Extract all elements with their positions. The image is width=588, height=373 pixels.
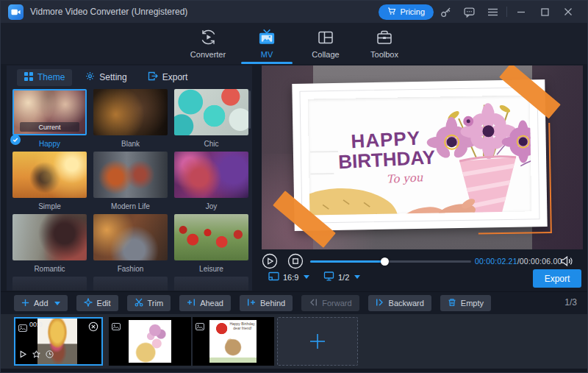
theme-thumb-leisure (174, 214, 248, 260)
close-button[interactable] (556, 1, 580, 23)
add-clip-cell[interactable] (277, 317, 358, 366)
insert-behind-icon (247, 298, 256, 308)
theme-grid: Current Happy Blank Chic Simple Modern L… (12, 89, 248, 277)
theme-label: Fashion (93, 260, 168, 277)
theme-label: Leisure (174, 260, 248, 277)
theme-item-chic[interactable]: Chic (174, 89, 248, 152)
page-indicator: 1/3 (564, 297, 577, 308)
play-button[interactable] (262, 253, 278, 269)
volume-icon[interactable] (561, 256, 573, 269)
timeline-clip-2[interactable] (109, 317, 191, 366)
tab-toolbox[interactable]: Toolbox (355, 23, 414, 64)
theme-panel: Theme Setting Export Current Happy Bl (7, 65, 252, 291)
theme-thumb-chic (174, 89, 248, 135)
ahead-button[interactable]: Ahead (179, 295, 231, 311)
behind-button[interactable]: Behind (240, 295, 293, 311)
toolbox-icon (376, 29, 393, 48)
theme-row-cutoff (12, 277, 248, 291)
screen-split-dropdown[interactable]: 1/2 (323, 271, 360, 283)
theme-item-fashion[interactable]: Fashion (93, 214, 168, 277)
theme-item-romantic[interactable]: Romantic (12, 214, 87, 277)
edit-button[interactable]: Edit (76, 295, 118, 311)
trim-button[interactable]: Trim (127, 295, 171, 311)
theme-item-modern-life[interactable]: Modern Life (93, 152, 168, 214)
card-orange-corner (476, 123, 552, 235)
backward-button[interactable]: Backward (368, 295, 431, 311)
clip-duration-icon[interactable] (46, 348, 54, 361)
forward-button: Forward (301, 295, 359, 311)
clip-thumbnail: Happy Birthday, dear friend! (209, 320, 257, 363)
aspect-ratio-dropdown[interactable]: 16:9 (268, 271, 309, 283)
image-icon (112, 320, 121, 333)
theme-item-joy[interactable]: Joy (174, 152, 248, 214)
panel-tabs: Theme Setting Export (7, 65, 252, 86)
feedback-icon[interactable] (457, 1, 481, 23)
time-display: 00:00:02.21/00:00:06.00 (475, 257, 562, 266)
converter-icon (199, 28, 218, 48)
panel-tab-theme[interactable]: Theme (17, 69, 72, 86)
clip-card-text: Happy Birthday, dear friend! (229, 322, 256, 331)
ahead-label: Ahead (200, 299, 223, 308)
theme-label: Romantic (12, 260, 87, 277)
titlebar-controls: Pricing (379, 1, 587, 23)
progress-slider[interactable] (310, 260, 471, 263)
register-key-icon[interactable] (434, 1, 457, 23)
theme-label: Simple (12, 198, 87, 214)
card-greeting: HAPPY BIRTHDAY To you (326, 127, 447, 189)
export-button[interactable]: Export (533, 269, 581, 288)
tab-mv-label: MV (261, 50, 273, 59)
theme-item-happy[interactable]: Current Happy (12, 89, 87, 152)
panel-tab-export-label: Export (162, 72, 188, 82)
progress-fill (310, 260, 384, 263)
stop-button[interactable] (287, 253, 304, 269)
maximize-button[interactable] (533, 1, 556, 23)
nav-tabs: Converter MV Collage Toolbox (179, 23, 414, 64)
selected-check-icon (10, 135, 21, 145)
aspect-ratio-icon (268, 271, 279, 283)
section-divider (1, 291, 588, 292)
preview-area: HAPPY BIRTHDAY To you (262, 65, 583, 249)
theme-label: Joy (174, 198, 248, 214)
panel-tab-theme-label: Theme (37, 72, 65, 82)
tab-mv[interactable]: MV (237, 23, 296, 64)
backward-label: Backward (389, 299, 424, 308)
trim-label: Trim (148, 299, 164, 308)
clip-play-icon[interactable] (19, 348, 27, 361)
panel-tab-export[interactable]: Export (140, 68, 196, 86)
menu-icon[interactable] (481, 1, 504, 23)
add-button[interactable]: Add (14, 295, 68, 311)
tab-converter[interactable]: Converter (179, 23, 237, 64)
timeline-clip-1[interactable]: 00:0 (14, 317, 103, 366)
tab-collage[interactable]: Collage (296, 23, 355, 64)
progress-handle[interactable] (381, 257, 389, 266)
trash-icon (448, 298, 456, 308)
theme-item-leisure[interactable]: Leisure (174, 214, 248, 277)
minimize-button[interactable] (509, 1, 533, 23)
pricing-button[interactable]: Pricing (379, 4, 434, 20)
theme-item-blank[interactable]: Blank (93, 89, 168, 152)
screen-icon (323, 271, 334, 283)
theme-thumb-simple (12, 152, 87, 198)
move-forward-icon (309, 298, 318, 308)
panel-scrollbar[interactable] (248, 90, 251, 129)
theme-label: Chic (174, 135, 248, 152)
scissors-icon (135, 298, 143, 308)
theme-thumb-blank (93, 89, 168, 135)
theme-thumb-happy: Current (12, 89, 87, 135)
clip-tools (19, 348, 54, 361)
tab-collage-label: Collage (312, 50, 339, 59)
empty-button[interactable]: Empty (440, 295, 491, 311)
cart-icon (387, 7, 396, 17)
remove-clip-icon[interactable] (88, 322, 98, 335)
edit-label: Edit (97, 299, 111, 308)
player-controls: 00:00:02.21/00:00:06.00 16:9 1/2 Export (262, 252, 583, 294)
theme-item-simple[interactable]: Simple (12, 152, 87, 214)
image-icon (196, 320, 204, 333)
chevron-down-icon (354, 275, 360, 279)
panel-tab-setting[interactable]: Setting (78, 68, 134, 86)
timeline-clip-3[interactable]: Happy Birthday, dear friend! (193, 317, 274, 366)
empty-label: Empty (461, 299, 484, 308)
clip-effect-icon[interactable] (32, 348, 40, 361)
theme-thumb-fashion (93, 214, 168, 260)
theme-label: Modern Life (93, 198, 168, 214)
